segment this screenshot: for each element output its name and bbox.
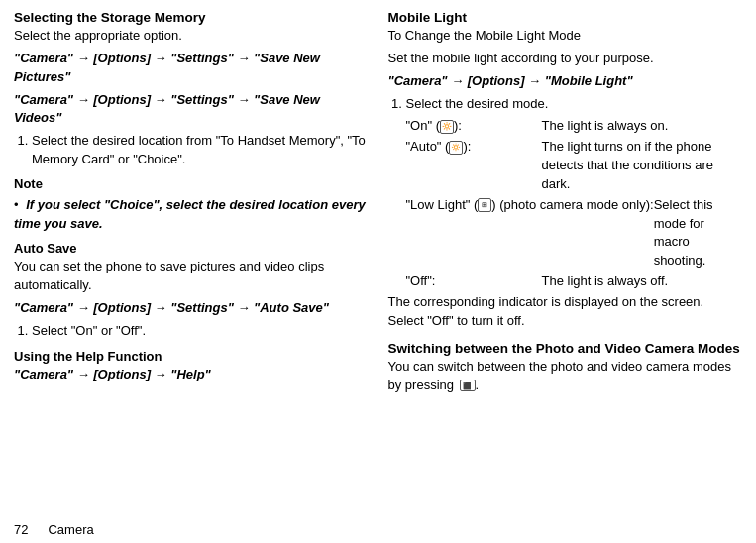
path1-text: "Camera" → [Options] → "Settings" → "Sav… [14,51,320,84]
note-item: If you select "Choice", select the desir… [14,196,369,234]
lowlight-icon: ⊞ [478,198,491,212]
step1-item: Select the desired location from "To Han… [32,132,369,169]
steps-list: Select the desired location from "To Han… [32,132,369,169]
autosave-path: "Camera" → [Options] → "Settings" → "Aut… [14,299,369,318]
note-label: Note [14,175,369,194]
note-list: If you select "Choice", select the desir… [14,196,369,234]
mobile-light-intro: Set the mobile light according to your p… [388,50,743,68]
main-heading: Selecting the Storage Memory [14,10,369,25]
on-desc: The light is always on. [542,117,743,136]
lowlight-desc2: shooting. [654,253,706,268]
mobile-light-heading: Mobile Light [388,10,743,25]
mobile-light-subheading: To Change the Mobile Light Mode [388,27,743,46]
mobile-step1-text: Select the desired mode. [406,96,549,111]
autosave-steps: Select "On" or "Off". [32,322,369,341]
autosave-heading: Auto Save [14,241,369,256]
off-term: "Off": [388,272,542,291]
left-column: Selecting the Storage Memory Select the … [14,10,369,514]
on-term: "On" (🔆): [388,117,542,136]
lowlight-desc: Select this mode for macro shooting. [654,196,742,271]
autosave-step1: Select "On" or "Off". [32,322,369,341]
mobile-light-path-text: "Camera" → [Options] → "Mobile Light" [388,73,633,88]
lowlight-desc1: Select this mode for macro [654,197,713,250]
switching-text-content: You can switch between the photo and vid… [388,359,731,392]
on-row: "On" (🔆): The light is always on. [388,117,743,136]
note-text: If you select "Choice", select the desir… [14,197,366,231]
auto-desc: The light turns on if the phone detects … [542,138,743,194]
path2-text: "Camera" → [Options] → "Settings" → "Sav… [14,92,320,126]
page-container: Selecting the Storage Memory Select the … [0,0,756,543]
indicator-text: The corresponding indicator is displayed… [388,293,743,331]
on-icon: 🔆 [440,120,454,134]
auto-desc1: The light turns on if the phone [542,139,712,154]
auto-icon: 🔅 [449,141,463,155]
lowlight-row: "Low Light" (⊞) (photo camera mode only)… [388,196,743,271]
help-heading: Using the Help Function [14,349,369,364]
autosave-text: You can set the phone to save pictures a… [14,258,369,295]
help-path-text: "Camera" → [Options] → "Help" [14,367,211,381]
switching-heading: Switching between the Photo and Video Ca… [388,341,743,356]
auto-term: "Auto" (🔅): [388,138,542,194]
modes-list: "On" (🔆): The light is always on. "Auto"… [388,117,743,291]
autosave-path-text: "Camera" → [Options] → "Settings" → "Aut… [14,300,329,315]
path1: "Camera" → [Options] → "Settings" → "Sav… [14,50,369,87]
off-desc: The light is always off. [542,272,743,291]
switching-text: You can switch between the photo and vid… [388,358,743,395]
page-label: Camera [48,522,93,537]
step1-text: Select the desired location from "To Han… [32,133,366,166]
path2: "Camera" → [Options] → "Settings" → "Sav… [14,91,369,129]
mobile-light-path: "Camera" → [Options] → "Mobile Light" [388,72,743,91]
lowlight-term: "Low Light" (⊞) (photo camera mode only)… [388,196,654,271]
auto-desc3: dark. [542,176,571,191]
off-row: "Off": The light is always off. [388,272,743,291]
keypad-icon: ⬛ [460,380,476,391]
right-column: Mobile Light To Change the Mobile Light … [388,10,743,514]
auto-desc2: detects that the conditions are [542,158,713,172]
help-path: "Camera" → [Options] → "Help" [14,366,369,384]
content-area: Selecting the Storage Memory Select the … [0,0,756,514]
mobile-step1: Select the desired mode. [406,95,743,114]
autosave-step1-text: Select "On" or "Off". [32,323,146,338]
intro-text: Select the appropriate option. [14,27,369,46]
mobile-steps: Select the desired mode. [406,95,743,114]
auto-row: "Auto" (🔅): The light turns on if the ph… [388,138,743,194]
page-number: 72 [14,522,28,537]
page-footer: 72 Camera [0,514,756,543]
